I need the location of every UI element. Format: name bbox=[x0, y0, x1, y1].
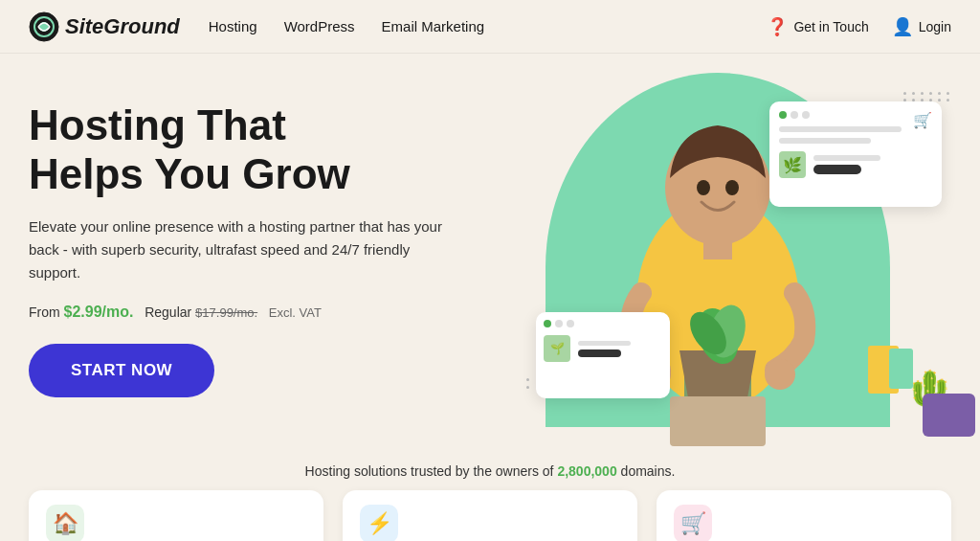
deco-dot bbox=[526, 386, 529, 389]
price-excl: Excl. VAT bbox=[269, 305, 322, 320]
svg-rect-5 bbox=[703, 240, 732, 259]
shared-hosting-icon: 🏠 bbox=[46, 505, 84, 541]
woocommerce-hosting-icon: 🛒 bbox=[674, 505, 712, 541]
ui-card-bottom: 🌱 bbox=[536, 312, 670, 398]
dot-1 bbox=[791, 111, 798, 119]
deco-dot bbox=[903, 92, 906, 95]
trust-text-before: Hosting solutions trusted by the owners … bbox=[305, 463, 558, 479]
card-product-line bbox=[813, 155, 880, 161]
trust-text-after: domains. bbox=[621, 463, 676, 479]
card-line-3 bbox=[578, 341, 631, 346]
price-from-label: From bbox=[29, 304, 64, 320]
nav-wordpress[interactable]: WordPress bbox=[284, 18, 355, 34]
login-button[interactable]: 👤 Login bbox=[892, 16, 951, 37]
feature-cards: 🏠 ⚡ 🛒 bbox=[0, 490, 980, 541]
card-dots bbox=[779, 111, 932, 119]
feature-card-wordpress[interactable]: ⚡ bbox=[343, 490, 637, 541]
deco-dot bbox=[929, 92, 932, 95]
hero-subtitle: Elevate your online presence with a host… bbox=[29, 215, 450, 284]
trust-bar: Hosting solutions trusted by the owners … bbox=[0, 456, 980, 490]
card-plant-icon: 🌿 bbox=[779, 151, 806, 178]
deco-dot bbox=[938, 99, 941, 101]
nav-hosting[interactable]: Hosting bbox=[209, 18, 257, 34]
svg-point-7 bbox=[765, 359, 795, 390]
purple-decoration bbox=[923, 394, 975, 437]
wordpress-icon: ⚡ bbox=[367, 511, 392, 536]
wordpress-hosting-icon: ⚡ bbox=[360, 505, 398, 541]
nav-right: ❓ Get in Touch 👤 Login bbox=[767, 16, 951, 37]
get-in-touch-button[interactable]: ❓ Get in Touch bbox=[767, 16, 868, 37]
trust-count: 2,800,000 bbox=[557, 463, 616, 479]
nav-links: Hosting WordPress Email Marketing bbox=[209, 18, 768, 34]
deco-dot bbox=[947, 99, 949, 101]
get-in-touch-label: Get in Touch bbox=[793, 19, 868, 34]
dot-green bbox=[779, 111, 787, 119]
hero-illustration: 🌿 🛒 🌱 bbox=[526, 82, 951, 446]
hero-content: Hosting ThatHelps You Grow Elevate your … bbox=[29, 82, 526, 446]
price-tag-green bbox=[889, 349, 913, 389]
siteground-logo-icon bbox=[29, 11, 59, 42]
card-line-1 bbox=[779, 126, 902, 132]
logo-text: SiteGround bbox=[65, 14, 180, 39]
start-now-button[interactable]: START NOW bbox=[29, 344, 214, 397]
dot-3 bbox=[555, 320, 563, 327]
card-line-2 bbox=[779, 138, 871, 144]
home-icon: 🏠 bbox=[53, 511, 78, 536]
deco-dot bbox=[921, 92, 924, 95]
svg-rect-15 bbox=[670, 396, 766, 446]
dot-green-2 bbox=[544, 320, 551, 327]
hero-section: Hosting ThatHelps You Grow Elevate your … bbox=[0, 54, 980, 456]
deco-dot bbox=[912, 92, 915, 95]
card-pill bbox=[813, 165, 861, 174]
feature-card-woocommerce[interactable]: 🛒 bbox=[657, 490, 951, 541]
question-icon: ❓ bbox=[767, 16, 788, 37]
svg-point-14 bbox=[725, 180, 739, 195]
dot-4 bbox=[567, 320, 574, 327]
card-item-row: 🌿 bbox=[779, 151, 932, 178]
deco-dot bbox=[526, 378, 529, 381]
deco-dot bbox=[947, 92, 949, 95]
ui-card-top: 🌿 🛒 bbox=[769, 101, 942, 207]
person-icon: 👤 bbox=[892, 16, 913, 37]
decorative-dots bbox=[903, 92, 951, 101]
navbar: SiteGround Hosting WordPress Email Marke… bbox=[0, 0, 980, 54]
hero-title: Hosting ThatHelps You Grow bbox=[29, 101, 526, 198]
hero-price: From $2.99/mo. Regular $17.99/mo. Excl. … bbox=[29, 304, 526, 321]
dot-2 bbox=[802, 111, 810, 119]
logo[interactable]: SiteGround bbox=[29, 11, 180, 42]
card-plant-icon-2: 🌱 bbox=[544, 335, 570, 362]
price-value: $2.99/mo. bbox=[64, 304, 134, 320]
deco-dot bbox=[938, 92, 941, 95]
cart-icon: 🛒 bbox=[913, 111, 932, 129]
card-dots-2 bbox=[544, 320, 662, 327]
card-item-row-2: 🌱 bbox=[544, 335, 662, 362]
price-regular-value: $17.99/mo. bbox=[195, 305, 257, 320]
feature-card-shared[interactable]: 🏠 bbox=[29, 490, 323, 541]
svg-point-13 bbox=[697, 180, 710, 195]
login-label: Login bbox=[919, 19, 951, 34]
nav-email-marketing[interactable]: Email Marketing bbox=[382, 18, 485, 34]
card-pill-2 bbox=[578, 349, 621, 357]
price-regular-label: Regular bbox=[145, 304, 195, 320]
woo-icon: 🛒 bbox=[680, 511, 706, 536]
